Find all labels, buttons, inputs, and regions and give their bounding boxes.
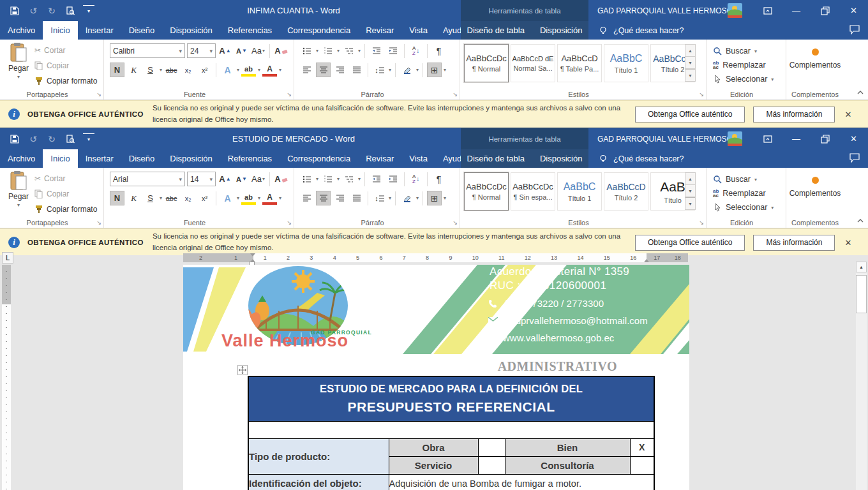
- close-icon[interactable]: ✕: [839, 0, 868, 21]
- highlight-button[interactable]: ab: [241, 192, 256, 205]
- decrease-indent-button[interactable]: [369, 172, 384, 186]
- tab-vista[interactable]: Vista: [401, 149, 435, 168]
- get-office-button[interactable]: Obtenga Office auténtico: [635, 107, 745, 122]
- font-dialog-launcher-icon[interactable]: ↘: [287, 92, 292, 98]
- shading-button[interactable]: [400, 191, 414, 205]
- tab-insertar[interactable]: Insertar: [78, 21, 121, 40]
- style-card-titulo1[interactable]: AaBbCTítulo 1: [604, 44, 648, 82]
- style-card-titulo1[interactable]: AaBbCTítulo 1: [557, 172, 602, 211]
- tab-insertar[interactable]: Insertar: [78, 149, 121, 168]
- change-case-button[interactable]: Aa▾: [251, 43, 266, 58]
- right-indent-marker[interactable]: [644, 259, 649, 262]
- addins-button[interactable]: Complementos: [786, 48, 844, 70]
- multilevel-list-button[interactable]: [341, 43, 356, 58]
- style-card-normal[interactable]: AaBbCcDc¶ Normal: [464, 172, 509, 211]
- style-card-normal[interactable]: AaBbCcDc¶ Normal: [464, 44, 509, 82]
- superscript-button[interactable]: x²: [197, 63, 212, 77]
- restore-icon[interactable]: [811, 128, 839, 149]
- align-right-button[interactable]: [333, 63, 347, 77]
- align-left-button[interactable]: [299, 191, 314, 205]
- line-spacing-button[interactable]: ↕: [372, 191, 387, 205]
- style-card-normal-sa[interactable]: AaBbCcD dENormal Sa...: [511, 44, 555, 82]
- tab-diseno-de-tabla[interactable]: Diseño de tabla: [461, 26, 531, 35]
- font-size-combobox[interactable]: 24▾: [187, 43, 216, 58]
- tab-inicio[interactable]: Inicio: [43, 149, 77, 168]
- print-preview-icon[interactable]: [64, 133, 76, 145]
- horizontal-ruler[interactable]: 21 12345678910111213141516 1718: [183, 253, 688, 262]
- increase-indent-button[interactable]: [385, 43, 400, 58]
- vertical-ruler[interactable]: [2, 265, 11, 490]
- decrease-indent-button[interactable]: [369, 43, 384, 58]
- save-icon[interactable]: [9, 133, 20, 145]
- text-effects-button[interactable]: A: [220, 63, 235, 77]
- clipboard-dialog-launcher-icon[interactable]: ↘: [96, 92, 101, 98]
- tab-disposicion-tabla[interactable]: Disposición: [534, 26, 588, 35]
- shrink-font-button[interactable]: A▼: [234, 43, 249, 58]
- styles-more-icon[interactable]: ▼: [685, 197, 695, 209]
- redo-icon[interactable]: ↻: [46, 5, 57, 17]
- styles-dialog-launcher-icon[interactable]: ↘: [699, 92, 704, 98]
- show-marks-button[interactable]: ¶: [431, 43, 446, 58]
- paste-button[interactable]: Pegar ▾: [4, 170, 33, 220]
- strikethrough-button[interactable]: abc: [164, 191, 179, 205]
- style-card-table-pa[interactable]: AaBbCcD¶ Table Pa...: [557, 44, 602, 82]
- styles-dialog-launcher-icon[interactable]: ↘: [699, 220, 704, 226]
- addins-button[interactable]: Complementos: [786, 177, 844, 198]
- paste-button[interactable]: Pegar ▾: [4, 42, 33, 92]
- align-center-button[interactable]: [316, 191, 331, 205]
- italic-button[interactable]: K: [126, 191, 141, 205]
- minimize-icon[interactable]: —: [782, 0, 811, 21]
- select-button[interactable]: Seleccionar▾: [713, 200, 786, 214]
- copy-button[interactable]: Copiar: [34, 187, 97, 201]
- cut-button[interactable]: ✂Cortar: [34, 43, 97, 57]
- tab-disposicion-tabla[interactable]: Disposición: [534, 154, 588, 163]
- align-right-button[interactable]: [333, 191, 347, 205]
- redo-icon[interactable]: ↻: [46, 133, 57, 145]
- find-button[interactable]: Buscar▾: [713, 44, 786, 58]
- estudio-table[interactable]: ESTUDIO DE MERCADO PARA LA DEFINICIÓN DE…: [248, 376, 655, 490]
- line-spacing-button[interactable]: ↕: [372, 63, 387, 77]
- borders-caret-icon[interactable]: ▾: [444, 67, 446, 73]
- obra-mark-cell[interactable]: [478, 438, 505, 456]
- tab-vista[interactable]: Vista: [401, 21, 435, 40]
- underline-button[interactable]: S: [143, 63, 158, 77]
- first-line-indent-marker[interactable]: [250, 253, 255, 256]
- borders-button[interactable]: ⊞: [427, 63, 442, 77]
- highlight-button[interactable]: ab: [241, 64, 256, 77]
- copy-button[interactable]: Copiar: [34, 59, 97, 73]
- underline-button[interactable]: S: [143, 191, 158, 205]
- increase-indent-button[interactable]: [385, 172, 400, 186]
- underline-caret-icon[interactable]: ▾: [160, 195, 162, 201]
- account-name[interactable]: GAD PARROQUIAL VALLE HERMOSO: [597, 128, 733, 149]
- bold-button[interactable]: N: [110, 63, 124, 77]
- numbering-button[interactable]: [320, 43, 335, 58]
- font-name-combobox[interactable]: Arial▾: [110, 172, 185, 186]
- close-icon[interactable]: ✕: [839, 128, 868, 149]
- styles-scroll-up-icon[interactable]: ▲: [685, 173, 695, 185]
- tab-diseno-de-tabla[interactable]: Diseño de tabla: [461, 154, 531, 163]
- font-dialog-launcher-icon[interactable]: ↘: [287, 220, 292, 226]
- clear-formatting-button[interactable]: A: [274, 172, 288, 186]
- dismiss-warning-icon[interactable]: ✕: [844, 110, 851, 119]
- table-move-handle[interactable]: [237, 365, 248, 375]
- bullets-button[interactable]: [299, 172, 314, 186]
- format-painter-button[interactable]: Copiar formato: [34, 74, 97, 88]
- subscript-button[interactable]: x₂: [181, 191, 195, 205]
- subscript-button[interactable]: x₂: [181, 63, 195, 77]
- grow-font-button[interactable]: A▲: [218, 43, 232, 58]
- undo-icon[interactable]: ↺: [27, 5, 39, 17]
- paragraph-dialog-launcher-icon[interactable]: ↘: [453, 92, 458, 98]
- tell-me-box[interactable]: ¿Qué desea hacer?: [599, 149, 684, 168]
- tab-diseno[interactable]: Diseño: [121, 149, 162, 168]
- select-button[interactable]: Seleccionar▾: [713, 72, 786, 86]
- tab-referencias[interactable]: Referencias: [220, 21, 280, 40]
- document-page[interactable]: Acuerdo Ministerial N° 1359 RUC : 176812…: [183, 265, 689, 490]
- more-info-button[interactable]: Más información: [753, 235, 835, 251]
- shrink-font-button[interactable]: A▼: [234, 172, 249, 186]
- restore-icon[interactable]: [811, 0, 839, 21]
- tab-archivo[interactable]: Archivo: [0, 149, 43, 168]
- comment-icon[interactable]: [849, 25, 860, 36]
- scrollbar-thumb[interactable]: [856, 275, 867, 313]
- styles-scroll-down-icon[interactable]: ▼: [685, 185, 695, 197]
- bien-mark-cell[interactable]: X: [630, 438, 654, 456]
